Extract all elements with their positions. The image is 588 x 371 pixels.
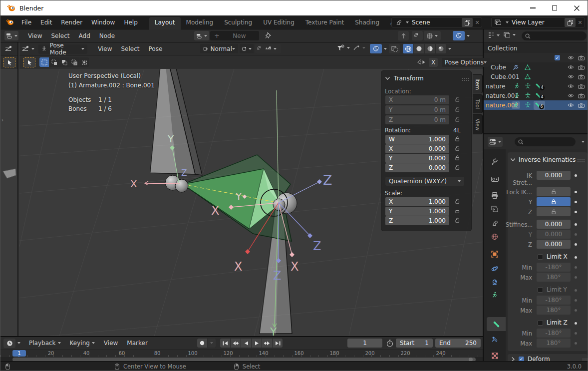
scene-selector[interactable]: Scene ✕ (391, 17, 482, 27)
lock-icon[interactable] (454, 217, 460, 223)
shading-solid-button[interactable] (414, 44, 424, 53)
rotation-x-field[interactable]: X0.000 (385, 144, 449, 153)
lock-icon[interactable] (454, 155, 460, 161)
deform-checkbox[interactable]: ✓ (519, 357, 524, 362)
strip-tweak-tool-icon[interactable] (3, 57, 15, 67)
sidebar-tab-item[interactable]: Item (473, 74, 483, 93)
animate-dot[interactable] (575, 191, 577, 193)
animate-dot[interactable] (575, 276, 577, 279)
mode-selector[interactable]: Pose Mode (38, 44, 87, 54)
lock-icon[interactable] (454, 164, 460, 170)
lock-icon[interactable] (454, 116, 460, 122)
overlays-toggle-icon[interactable] (453, 31, 465, 40)
eye-icon[interactable] (568, 84, 574, 88)
scale-z-field[interactable]: Z1.000 (385, 216, 449, 225)
bone-data-icon[interactable]: 4 (535, 92, 545, 100)
viewport-editor-icon[interactable] (21, 45, 34, 52)
workspace-tab-sculpting[interactable]: Sculpting (219, 17, 258, 29)
object-visibility-filter-icon[interactable] (337, 44, 350, 51)
stiffness-x-field[interactable]: 0.000 (537, 220, 571, 229)
lock-icon[interactable] (454, 136, 460, 142)
tab-scene[interactable] (484, 216, 506, 229)
tab-object-constraints[interactable] (484, 276, 506, 289)
eye-icon[interactable] (568, 103, 574, 107)
tab-texture[interactable] (484, 349, 506, 361)
tab-view-layer[interactable] (484, 202, 506, 215)
workspace-tab-texture-paint[interactable]: Texture Paint (300, 17, 349, 29)
shading-wireframe-button[interactable] (403, 44, 413, 53)
camera-icon[interactable] (578, 65, 585, 70)
lock-icon[interactable] (454, 106, 460, 112)
strip-editor-icon[interactable] (4, 45, 12, 52)
material-browse-icon[interactable] (194, 31, 209, 40)
menu-window[interactable]: Window (87, 19, 119, 26)
object-name[interactable]: Cube.001 (491, 73, 520, 80)
sidebar-tab-tool[interactable]: Tool (473, 94, 483, 113)
animate-dot[interactable] (575, 299, 577, 302)
properties-options-icon[interactable] (582, 141, 585, 143)
scene-copy-icon[interactable] (462, 18, 473, 27)
location-z-field[interactable]: Z0 m (385, 115, 449, 124)
workspace-tab-layout[interactable]: Layout (149, 17, 181, 29)
menu-edit[interactable]: Edit (36, 19, 56, 26)
tab-bone-active[interactable] (487, 317, 506, 331)
animate-dot[interactable] (575, 332, 577, 335)
camera-icon[interactable] (578, 55, 585, 60)
panel-grip[interactable] (578, 159, 579, 160)
tab-bone-constraints[interactable] (484, 333, 506, 346)
pivot-point-selector[interactable] (240, 44, 254, 53)
close-button[interactable] (566, 0, 588, 15)
blender-menu-icon[interactable] (5, 19, 14, 25)
workspace-tab-uv-editing[interactable]: UV Editing (258, 17, 300, 29)
limit-x-min-field[interactable]: -180° (537, 263, 571, 272)
shading-rendered-button[interactable] (436, 44, 446, 53)
editor-type-icon[interactable] (4, 31, 18, 40)
rotation-w-field[interactable]: W1.000 (385, 135, 449, 144)
tab-tool[interactable] (484, 155, 506, 168)
eye-icon[interactable] (568, 93, 574, 98)
jump-to-end-button[interactable] (273, 339, 283, 348)
timeline-editor-icon[interactable] (3, 339, 20, 348)
camera-icon[interactable] (578, 93, 585, 98)
object-name[interactable]: Cube (491, 64, 506, 71)
view-layer-icon[interactable] (495, 19, 502, 25)
lock-icon[interactable] (454, 208, 460, 214)
mesh-data-icon[interactable] (525, 64, 531, 70)
overlays-toggle-icon[interactable] (370, 44, 387, 53)
lock-ik-z-button[interactable] (537, 207, 571, 216)
viewport-menu-pose[interactable]: Pose (144, 45, 167, 52)
eye-icon[interactable] (568, 65, 574, 69)
limit-x-row[interactable]: Limit X (538, 253, 568, 260)
limit-y-min-field[interactable]: -180° (537, 296, 571, 305)
ik-panel-header[interactable]: Inverse Kinematics (511, 156, 586, 163)
animate-dot[interactable] (575, 256, 577, 259)
select-set-icon[interactable] (39, 57, 49, 67)
view-layer-copy-icon[interactable] (565, 18, 576, 27)
camera-icon[interactable] (578, 103, 585, 108)
limit-z-min-field[interactable]: -180° (537, 329, 571, 338)
rotation-z-field[interactable]: Z0.000 (385, 163, 449, 172)
tab-object[interactable] (484, 248, 506, 261)
select-intersect-icon[interactable] (79, 57, 89, 67)
transform-panel-header[interactable]: Transform (381, 74, 471, 83)
scale-y-field[interactable]: Y1.000 (385, 207, 449, 216)
rotation-mode-badge[interactable]: 4L (453, 127, 460, 134)
view-layer-selector[interactable]: View Layer ✕ (491, 17, 585, 27)
use-preview-range-icon[interactable] (386, 340, 393, 347)
deform-panel-header[interactable]: ✓ Deform (508, 354, 588, 361)
collection-checkbox[interactable]: ✓ (555, 55, 560, 60)
gizmos-toggle-icon[interactable] (353, 44, 365, 51)
jump-to-start-button[interactable] (220, 339, 230, 348)
camera-icon[interactable] (578, 74, 585, 79)
animate-dot[interactable] (575, 322, 577, 325)
playhead[interactable]: 1 (12, 350, 26, 357)
scene-unlink-icon[interactable]: ✕ (473, 19, 482, 26)
lock-ik-x-button[interactable] (537, 187, 571, 196)
limit-x-checkbox[interactable] (538, 254, 543, 260)
limit-y-row[interactable]: Limit Y (538, 286, 567, 293)
node-menu-select[interactable]: Select (46, 32, 74, 39)
panel-grip[interactable] (462, 78, 463, 79)
menu-file[interactable]: File (17, 19, 36, 26)
animate-dot[interactable] (575, 223, 577, 226)
pose-options-dropdown[interactable]: Pose Options (442, 58, 490, 67)
